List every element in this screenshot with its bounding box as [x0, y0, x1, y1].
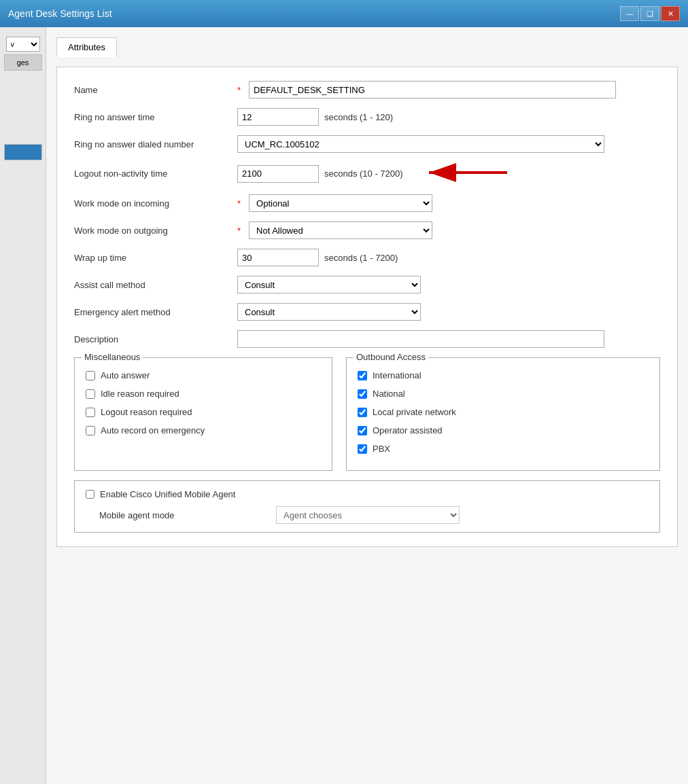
- ring-no-answer-dialed-number-row: Ring no answer dialed number UCM_RC.1005…: [74, 135, 660, 153]
- logout-non-activity-time-control-group: seconds (10 - 7200): [237, 162, 660, 185]
- wrap-up-time-input[interactable]: [237, 249, 319, 266]
- red-arrow-icon: [422, 162, 511, 185]
- work-mode-outgoing-control-group: * Not Allowed Optional Required: [237, 221, 660, 239]
- local-private-network-row: Local private network: [358, 407, 649, 417]
- emergency-alert-method-label: Emergency alert method: [74, 307, 237, 317]
- work-mode-outgoing-required-star: *: [237, 226, 241, 236]
- assist-call-method-control-group: Consult Conference Transfer: [237, 276, 660, 293]
- logout-reason-required-row: Logout reason required: [86, 407, 321, 417]
- national-checkbox[interactable]: [358, 389, 367, 399]
- name-label: Name: [74, 85, 237, 95]
- mobile-agent-mode-label: Mobile agent mode: [99, 510, 194, 520]
- auto-record-emergency-checkbox[interactable]: [86, 426, 95, 435]
- title-bar: Agent Desk Settings List — ❑ ✕: [0, 0, 688, 27]
- main-content: v ges Attributes Name * Ring no ans: [0, 27, 688, 784]
- work-mode-incoming-required-star: *: [237, 198, 241, 209]
- sidebar-label: ges: [17, 58, 29, 67]
- window-controls: — ❑ ✕: [620, 6, 680, 21]
- content-area: Attributes Name * Ring no answer time se…: [46, 27, 688, 784]
- assist-call-method-label: Assist call method: [74, 280, 237, 290]
- pbx-row: PBX: [358, 444, 649, 454]
- ring-no-answer-dialed-number-label: Ring no answer dialed number: [74, 139, 237, 149]
- name-row: Name *: [74, 81, 660, 99]
- emergency-alert-method-control-group: Consult Conference Transfer: [237, 303, 660, 321]
- assist-call-method-row: Assist call method Consult Conference Tr…: [74, 276, 660, 293]
- outbound-access-title: Outbound Access: [354, 352, 428, 362]
- logout-non-activity-time-row: Logout non-activity time seconds (10 - 7…: [74, 162, 660, 185]
- outbound-access-group: Outbound Access International National L…: [346, 357, 660, 471]
- pbx-checkbox[interactable]: [358, 444, 367, 454]
- minimize-button[interactable]: —: [620, 6, 639, 21]
- wrap-up-time-hint: seconds (1 - 7200): [324, 253, 398, 263]
- ring-no-answer-time-control-group: seconds (1 - 120): [237, 108, 660, 126]
- logout-reason-required-label: Logout reason required: [101, 407, 192, 417]
- mobile-agent-mode-select[interactable]: Agent chooses Call by call Nailed connec…: [276, 506, 460, 524]
- work-mode-incoming-label: Work mode on incoming: [74, 198, 237, 209]
- auto-answer-checkbox[interactable]: [86, 371, 95, 380]
- wrap-up-time-label: Wrap up time: [74, 253, 237, 263]
- work-mode-outgoing-label: Work mode on outgoing: [74, 226, 237, 236]
- ring-no-answer-dialed-number-select[interactable]: UCM_RC.1005102 UCM_RC.1005103 UCM_RC.100…: [237, 135, 604, 153]
- national-label: National: [373, 389, 405, 399]
- local-private-network-checkbox[interactable]: [358, 408, 367, 417]
- ring-no-answer-time-hint: seconds (1 - 120): [324, 112, 393, 122]
- idle-reason-required-checkbox[interactable]: [86, 389, 95, 399]
- mobile-agent-checkbox[interactable]: [86, 490, 94, 499]
- bottom-sections: Miscellaneous Auto answer Idle reason re…: [74, 357, 660, 471]
- sidebar: v ges: [0, 27, 46, 784]
- logout-non-activity-time-hint: seconds (10 - 7200): [324, 168, 403, 179]
- auto-record-emergency-row: Auto record on emergency: [86, 425, 321, 435]
- work-mode-incoming-select[interactable]: Optional Required Not Allowed: [249, 194, 432, 212]
- work-mode-incoming-control-group: * Optional Required Not Allowed: [237, 194, 660, 212]
- description-input[interactable]: [237, 330, 604, 348]
- logout-reason-required-checkbox[interactable]: [86, 408, 95, 417]
- auto-record-emergency-label: Auto record on emergency: [101, 425, 205, 435]
- tab-attributes[interactable]: Attributes: [56, 37, 117, 57]
- wrap-up-time-control-group: seconds (1 - 7200): [237, 249, 660, 266]
- app-title: Agent Desk Settings List: [8, 8, 112, 19]
- arrow-annotation: [422, 162, 511, 185]
- local-private-network-label: Local private network: [373, 407, 456, 417]
- tab-bar: Attributes: [56, 37, 678, 56]
- description-label: Description: [74, 334, 237, 344]
- name-required-star: *: [237, 85, 241, 95]
- emergency-alert-method-select[interactable]: Consult Conference Transfer: [237, 303, 421, 321]
- pbx-label: PBX: [373, 444, 390, 454]
- work-mode-outgoing-select[interactable]: Not Allowed Optional Required: [249, 221, 432, 239]
- sidebar-item-active[interactable]: [4, 144, 42, 160]
- logout-non-activity-time-input[interactable]: [237, 165, 319, 183]
- sidebar-dropdown[interactable]: v: [6, 37, 40, 52]
- idle-reason-required-label: Idle reason required: [101, 389, 179, 399]
- miscellaneous-group: Miscellaneous Auto answer Idle reason re…: [74, 357, 332, 471]
- international-checkbox[interactable]: [358, 371, 367, 380]
- ring-no-answer-time-input[interactable]: [237, 108, 319, 126]
- idle-reason-required-row: Idle reason required: [86, 389, 321, 399]
- name-control-group: *: [237, 81, 660, 99]
- assist-call-method-select[interactable]: Consult Conference Transfer: [237, 276, 421, 293]
- operator-assisted-row: Operator assisted: [358, 425, 649, 435]
- mobile-agent-fields: Mobile agent mode Agent chooses Call by …: [86, 506, 649, 524]
- name-input[interactable]: [249, 81, 616, 99]
- sidebar-item-pages[interactable]: ges: [4, 54, 42, 71]
- mobile-agent-enable-row: Enable Cisco Unified Mobile Agent: [86, 489, 649, 499]
- operator-assisted-label: Operator assisted: [373, 425, 443, 435]
- international-label: International: [373, 370, 422, 380]
- close-button[interactable]: ✕: [661, 6, 680, 21]
- logout-non-activity-time-label: Logout non-activity time: [74, 168, 237, 179]
- ring-no-answer-dialed-number-control-group: UCM_RC.1005102 UCM_RC.1005103 UCM_RC.100…: [237, 135, 660, 153]
- mobile-agent-section: Enable Cisco Unified Mobile Agent Mobile…: [74, 480, 660, 533]
- maximize-button[interactable]: ❑: [640, 6, 659, 21]
- ring-no-answer-time-row: Ring no answer time seconds (1 - 120): [74, 108, 660, 126]
- auto-answer-label: Auto answer: [101, 370, 150, 380]
- work-mode-outgoing-row: Work mode on outgoing * Not Allowed Opti…: [74, 221, 660, 239]
- national-row: National: [358, 389, 649, 399]
- emergency-alert-method-row: Emergency alert method Consult Conferenc…: [74, 303, 660, 321]
- international-row: International: [358, 370, 649, 380]
- description-control-group: [237, 330, 660, 348]
- mobile-agent-enable-label: Enable Cisco Unified Mobile Agent: [100, 489, 235, 499]
- ring-no-answer-time-label: Ring no answer time: [74, 112, 237, 122]
- operator-assisted-checkbox[interactable]: [358, 426, 367, 435]
- wrap-up-time-row: Wrap up time seconds (1 - 7200): [74, 249, 660, 266]
- tab-content: Name * Ring no answer time seconds (1 - …: [56, 67, 678, 547]
- auto-answer-row: Auto answer: [86, 370, 321, 380]
